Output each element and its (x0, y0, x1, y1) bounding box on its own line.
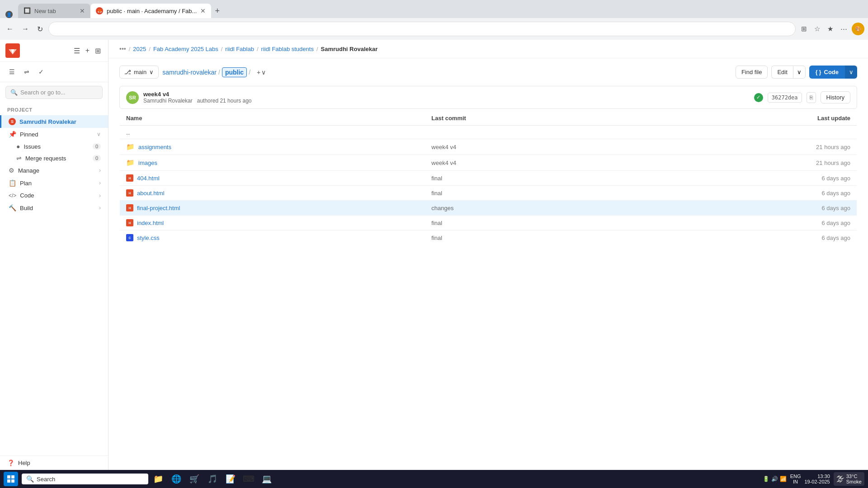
taskbar-terminal[interactable]: ⌨ (241, 471, 257, 487)
table-row: 📁 images week4 v4 21 hours ago (120, 155, 857, 171)
forward-button[interactable]: → (19, 23, 32, 35)
edit-button[interactable]: Edit (771, 66, 793, 79)
taskbar-search-box[interactable]: 🔍 Search (22, 474, 148, 484)
folder-icon: 📁 (126, 143, 135, 151)
issues-badge: 0 (93, 143, 101, 150)
sidebar-item-pinned[interactable]: 📌 Pinned ∨ (0, 128, 108, 141)
quick-nav-todo-button[interactable]: ✓ (35, 66, 47, 78)
file-link[interactable]: style.css (137, 235, 160, 241)
code-button-group: { } Code ∨ (809, 66, 857, 79)
profile-avatar[interactable]: 🎨 (852, 23, 864, 35)
merge-requests-badge: 0 (93, 155, 101, 161)
sidebar-item-project[interactable]: S Samrudhi Rovalekar (0, 115, 108, 128)
commit-hash[interactable]: 36272dea (768, 93, 802, 103)
sidebar-plan-label: Plan (20, 180, 95, 187)
tab-newtab[interactable]: 🔲 New tab ✕ (18, 4, 90, 18)
sidebar-menu-button[interactable]: ⊞ (93, 45, 103, 57)
breadcrumb-fabacademy[interactable]: Fab Academy 2025 Labs (153, 46, 218, 52)
quick-nav-panel-button[interactable]: ☰ (5, 66, 19, 78)
gitlab-logo[interactable] (5, 43, 20, 58)
file-commit-cell: changes (425, 201, 641, 216)
file-commit-cell: week4 v4 (425, 139, 641, 155)
profile-icon[interactable]: 👤 (5, 11, 13, 18)
branch-dropdown[interactable]: ⎇ main ∨ (119, 66, 159, 79)
search-icon: 🔍 (10, 89, 18, 96)
weather-info: 33°C Smoke (846, 474, 862, 484)
file-link[interactable]: final-project.html (137, 205, 180, 211)
breadcrumb-2025[interactable]: 2025 (133, 46, 146, 52)
address-bar[interactable]: https://gitlab.fabcloud.org/academany/fa… (48, 22, 796, 36)
sidebar-quick-nav: ☰ ⇌ ✓ (0, 62, 108, 82)
sidebar-help[interactable]: ❓ Help (0, 455, 108, 470)
sidebar-item-manage[interactable]: ⚙ Manage › (0, 164, 108, 177)
search-box[interactable]: 🔍 Search or go to... (5, 86, 103, 99)
branch-chevron-icon: ∨ (149, 69, 154, 75)
refresh-button[interactable]: ↻ (34, 23, 46, 35)
taskbar-store[interactable]: 🛒 (186, 471, 203, 487)
sidebar-item-code[interactable]: </> Code › (0, 189, 108, 202)
table-row: H index.html final 6 days ago (120, 216, 857, 230)
file-link[interactable]: images (138, 160, 157, 166)
file-commit-cell: week4 v4 (425, 155, 641, 171)
find-file-button[interactable]: Find file (736, 66, 768, 79)
file-link[interactable]: index.html (137, 220, 164, 226)
manage-icon: ⚙ (9, 167, 14, 174)
commit-bar: SR week4 v4 Samrudhi Rovalekar authored … (119, 86, 857, 109)
bookmark-bar-button[interactable]: ★ (825, 23, 836, 35)
plan-icon: 📋 (9, 179, 16, 187)
commit-time: authored 21 hours ago (197, 98, 252, 104)
history-button[interactable]: History (821, 91, 850, 103)
file-commit-cell: final (425, 171, 641, 186)
taskbar-music[interactable]: 🎵 (204, 471, 221, 487)
region-label: IN (790, 479, 801, 484)
new-tab-button[interactable]: + (211, 6, 223, 16)
sidebar-item-merge-requests[interactable]: ⇌ Merge requests 0 (0, 152, 108, 164)
code-button[interactable]: { } Code (809, 66, 845, 79)
sidebar: ☰ + ⊞ ☰ ⇌ ✓ 🔍 Search or go to... Project… (0, 40, 108, 470)
quick-nav-merge-button[interactable]: ⇌ (20, 66, 33, 78)
bookmark-button[interactable]: ☆ (811, 23, 823, 35)
screen-cast-button[interactable]: ⊞ (798, 23, 810, 35)
path-add-button[interactable]: + ∨ (254, 67, 269, 78)
path-part-public[interactable]: public (222, 67, 247, 77)
taskbar-notes[interactable]: 📝 (222, 471, 239, 487)
svg-rect-3 (11, 479, 14, 483)
back-button[interactable]: ← (4, 23, 16, 35)
tab-close-newtab[interactable]: ✕ (80, 7, 85, 14)
sidebar-item-issues[interactable]: ● Issues 0 (0, 141, 108, 152)
sidebar-new-button[interactable]: + (84, 45, 91, 57)
taskbar-browser[interactable]: 🌐 (168, 471, 184, 487)
breadcrumb-students[interactable]: riidl Fablab students (261, 46, 314, 52)
more-options-icon[interactable]: ••• (119, 45, 126, 52)
tab-gitlab-label: public · main · Academamy / Fab... (107, 8, 197, 14)
sidebar-item-plan[interactable]: 📋 Plan › (0, 177, 108, 189)
commit-copy-button[interactable]: ⎘ (807, 92, 816, 103)
file-link[interactable]: 404.html (137, 175, 160, 182)
start-button[interactable] (4, 472, 18, 486)
weather-icon: 🌫 (836, 474, 844, 484)
code-caret-button[interactable]: ∨ (845, 66, 857, 79)
parent-dir-cell[interactable]: .. (120, 126, 857, 139)
file-time-cell: 6 days ago (641, 186, 857, 201)
tab-gitlab[interactable]: 🦊 public · main · Academamy / Fab... ✕ (90, 4, 211, 18)
path-part-root[interactable]: samrudhi-rovalekar (162, 69, 217, 76)
taskbar-file-explorer[interactable]: 📁 (150, 471, 166, 487)
project-avatar: S (9, 118, 16, 125)
tab-close-gitlab[interactable]: ✕ (200, 7, 206, 14)
file-link[interactable]: assignments (138, 144, 171, 150)
breadcrumb-riidl[interactable]: riidl Fablab (225, 46, 254, 52)
code-icon: </> (9, 192, 16, 199)
weather-condition: Smoke (846, 479, 862, 484)
extensions-button[interactable]: ⋯ (838, 23, 850, 35)
file-time-cell: 21 hours ago (641, 139, 857, 155)
pin-icon: 📌 (9, 131, 16, 138)
table-row: 📁 assignments week4 v4 21 hours ago (120, 139, 857, 155)
sidebar-item-build[interactable]: 🔨 Build › (0, 202, 108, 214)
file-link[interactable]: about.html (137, 190, 165, 197)
edit-caret-button[interactable]: ∨ (793, 66, 806, 79)
html-icon: H (126, 204, 133, 211)
sidebar-toggle-button[interactable]: ☰ (72, 45, 82, 57)
browser-actions: ⊞ ☆ ★ ⋯ 🎨 (798, 23, 864, 35)
sidebar-project-section: Project S Samrudhi Rovalekar 📌 Pinned ∨ … (0, 103, 108, 216)
taskbar-code-editor[interactable]: 💻 (259, 471, 275, 487)
